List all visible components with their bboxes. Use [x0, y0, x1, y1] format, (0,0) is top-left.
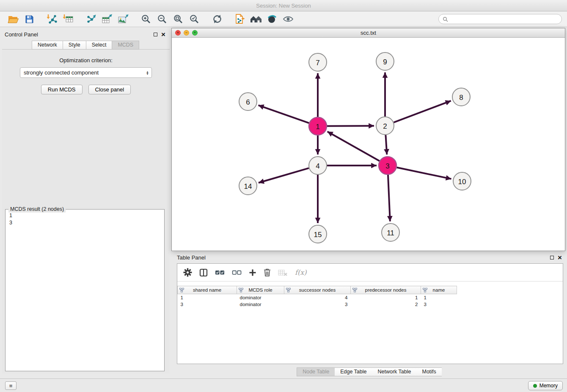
graph-node-3[interactable]: 3 [379, 157, 396, 174]
import-table-button[interactable] [60, 13, 76, 25]
graph-edge-3-11[interactable] [388, 175, 390, 221]
tab-network[interactable]: Network [32, 41, 63, 50]
delete-table-button[interactable] [278, 269, 288, 276]
main-toolbar [0, 11, 567, 27]
table-cell[interactable]: 1 [421, 294, 457, 301]
table-cell[interactable]: 1 [178, 294, 237, 301]
zoom-in-button[interactable] [138, 13, 154, 25]
import-network-button[interactable] [44, 13, 60, 25]
graph-node-8[interactable]: 8 [452, 88, 470, 106]
zoom-fit-button[interactable] [170, 13, 186, 25]
table-cell[interactable]: 3 [421, 301, 457, 308]
graph-edge-2-3[interactable] [385, 135, 387, 155]
dropdown-stepper-icon: ▲▼ [145, 71, 150, 75]
criterion-dropdown[interactable]: strongly connected component ▲▼ [20, 67, 152, 78]
network-view-window[interactable]: × − + scc.txt 7968124314101511 [171, 28, 565, 251]
tab-style[interactable]: Style [63, 41, 86, 50]
deselect-all-button[interactable] [232, 270, 242, 276]
select-all-button[interactable] [215, 270, 225, 276]
export-network-button[interactable] [83, 13, 99, 25]
table-row[interactable]: 1dominator411 [178, 294, 457, 301]
style-button[interactable] [264, 13, 280, 25]
zoom-selected-button[interactable] [186, 13, 202, 25]
column-edit-icon [239, 288, 243, 293]
graph-node-9[interactable]: 9 [376, 52, 394, 70]
tab-node-table[interactable]: Node Table [297, 367, 335, 376]
graph-edge-1-2[interactable] [327, 126, 374, 126]
graph-node-label: 2 [383, 122, 387, 130]
graph-edge-3-1[interactable] [328, 132, 380, 161]
column-header-successor-nodes[interactable]: successor nodes [284, 286, 351, 294]
table-cell[interactable]: dominator [237, 301, 284, 308]
search-icon [443, 17, 448, 22]
table-cell[interactable]: 1 [351, 294, 421, 301]
close-panel-button[interactable]: Close panel [88, 85, 131, 94]
open-session-button[interactable] [5, 13, 21, 25]
float-table-panel-icon[interactable] [550, 256, 554, 259]
graph-node-14[interactable]: 14 [239, 177, 257, 195]
save-session-button[interactable] [21, 13, 37, 25]
graph-node-10[interactable]: 10 [453, 172, 471, 190]
graph-edge-4-14[interactable] [259, 168, 309, 183]
traffic-lights: × − + [175, 30, 198, 36]
float-panel-icon[interactable] [154, 33, 157, 36]
table-settings-button[interactable] [183, 268, 192, 277]
task-history-button[interactable]: ≡ [5, 381, 17, 390]
table-cell[interactable]: dominator [237, 294, 284, 301]
column-header-label: predecessor nodes [365, 287, 407, 293]
show-columns-button[interactable] [199, 268, 208, 277]
graph-node-2[interactable]: 2 [376, 117, 394, 135]
save-floppy-icon [25, 15, 34, 24]
close-table-panel-icon[interactable]: × [558, 254, 562, 261]
session-document-button[interactable] [232, 13, 248, 25]
network-canvas[interactable]: 7968124314101511 [172, 38, 565, 251]
graph-edge-2-8[interactable] [394, 101, 451, 122]
column-header-MCDS-role[interactable]: MCDS role [237, 286, 284, 294]
table-row[interactable]: 3dominator323 [178, 301, 457, 308]
tab-motifs[interactable]: Motifs [416, 367, 441, 376]
fx-icon: f(x) [295, 268, 306, 276]
graph-node-label: 1 [316, 123, 319, 131]
function-builder-button[interactable]: f(x) [295, 268, 306, 276]
table-cell[interactable]: 4 [284, 294, 351, 301]
graph-node-11[interactable]: 11 [382, 224, 399, 241]
search-input[interactable] [451, 16, 558, 22]
control-panel: Control Panel × Network Style Select MCD… [2, 28, 170, 373]
table-cell[interactable]: 3 [178, 301, 237, 308]
table-cell[interactable]: 3 [284, 301, 351, 308]
close-panel-icon[interactable]: × [161, 31, 165, 38]
tab-select[interactable]: Select [86, 41, 112, 50]
run-mcds-button[interactable]: Run MCDS [41, 85, 83, 94]
show-hide-button[interactable] [280, 13, 296, 25]
tab-edge-table[interactable]: Edge Table [335, 367, 372, 376]
deselect-all-icon [232, 270, 242, 276]
zoom-out-button[interactable] [154, 13, 170, 25]
graph-node-15[interactable]: 15 [309, 225, 327, 243]
memory-button[interactable]: Memory [528, 381, 563, 390]
add-row-button[interactable] [249, 269, 256, 276]
close-window-icon[interactable]: × [175, 30, 181, 36]
tab-network-table[interactable]: Network Table [372, 367, 417, 376]
graph-node-1[interactable]: 1 [309, 117, 327, 135]
graph-node-7[interactable]: 7 [309, 53, 327, 71]
graph-edge-1-6[interactable] [259, 105, 309, 123]
export-image-button[interactable] [115, 13, 131, 25]
search-box[interactable] [438, 14, 562, 24]
column-header-shared-name[interactable]: shared name [178, 286, 237, 294]
maximize-window-icon[interactable]: + [192, 30, 198, 36]
refresh-layout-button[interactable] [209, 13, 225, 25]
minimize-window-icon[interactable]: − [184, 30, 189, 36]
column-header-name[interactable]: name [421, 286, 457, 294]
column-header-predecessor-nodes[interactable]: predecessor nodes [351, 286, 421, 294]
network-window-titlebar[interactable]: × − + scc.txt [172, 28, 565, 38]
delete-row-button[interactable] [264, 268, 271, 276]
network-graph[interactable]: 7968124314101511 [172, 38, 565, 251]
window-titlebar[interactable]: Session: New Session [0, 0, 567, 11]
graph-node-4[interactable]: 4 [309, 157, 327, 174]
export-table-button[interactable] [99, 13, 115, 25]
tab-mcds[interactable]: MCDS [112, 41, 139, 50]
table-cell[interactable]: 2 [351, 301, 421, 308]
graph-edge-3-10[interactable] [397, 168, 451, 179]
home-button[interactable] [248, 13, 264, 25]
graph-node-6[interactable]: 6 [239, 93, 257, 110]
